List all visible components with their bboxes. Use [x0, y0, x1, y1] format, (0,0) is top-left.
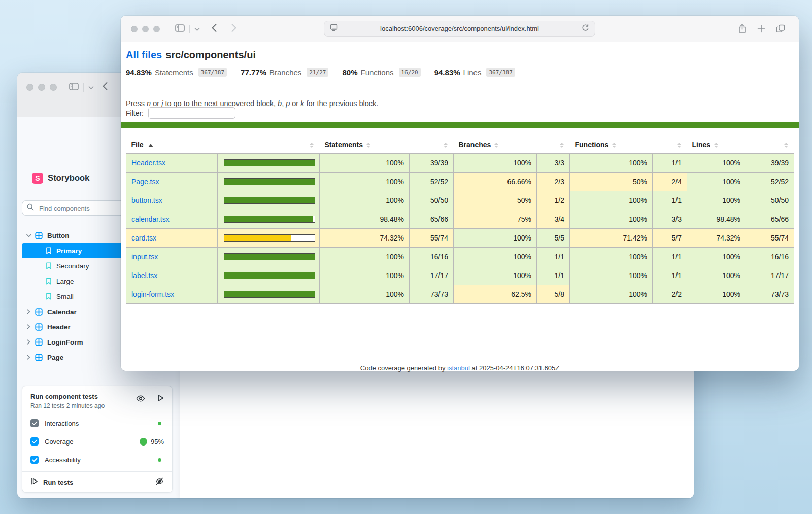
url-text[interactable]: localhost:6006/coverage/src/components/u… — [338, 25, 581, 32]
file-link[interactable]: button.tsx — [131, 196, 162, 204]
close-button[interactable] — [26, 84, 33, 91]
sort-icon[interactable] — [714, 143, 718, 148]
close-button[interactable] — [131, 26, 138, 32]
all-files-link[interactable]: All files — [126, 49, 162, 60]
lines-fraction-cell: 17/17 — [746, 266, 794, 285]
lines-percent-cell: 100% — [687, 285, 746, 304]
sidebar-toggle-icon[interactable] — [69, 83, 79, 92]
branches-fraction-cell: 1/2 — [537, 191, 570, 210]
file-link[interactable]: calendar.tsx — [131, 215, 170, 223]
chevron-down-icon[interactable] — [194, 24, 200, 33]
column-header-branches[interactable]: Branches — [454, 136, 537, 154]
functions-fraction-cell: 1/1 — [653, 154, 687, 173]
file-cell: Page.tsx — [126, 173, 218, 191]
column-header-functions-fraction[interactable] — [653, 136, 687, 154]
column-header-branches-fraction[interactable] — [537, 136, 570, 154]
zoom-button[interactable] — [153, 26, 160, 32]
coverage-checkbox[interactable] — [30, 437, 39, 446]
filter-input[interactable] — [148, 107, 235, 119]
test-item-label: Accessibility — [45, 456, 81, 464]
sort-icon[interactable] — [677, 143, 681, 148]
statements-percent-cell: 100% — [320, 266, 410, 285]
minimize-button[interactable] — [38, 84, 45, 91]
stat-percent: 94.83% — [434, 68, 460, 77]
new-tab-icon[interactable] — [757, 25, 765, 35]
stat-label: Lines — [463, 68, 482, 77]
chevron-right-icon[interactable] — [26, 324, 31, 329]
zoom-button[interactable] — [50, 84, 57, 91]
run-tests-bar[interactable]: Run tests — [22, 471, 172, 492]
interactions-checkbox[interactable] — [30, 419, 39, 427]
sidebar-item-label: Small — [56, 293, 74, 300]
keyboard-hint: Press n or j to go to the next uncovered… — [126, 99, 378, 108]
report-footer: Code coverage generated by istanbul at 2… — [121, 364, 799, 372]
column-header-statements[interactable]: Statements — [320, 136, 410, 154]
coverage-bar — [224, 216, 315, 223]
file-link[interactable]: login-form.tsx — [131, 290, 174, 298]
sort-icon[interactable] — [366, 143, 370, 148]
minimize-button[interactable] — [142, 26, 149, 32]
coverage-bar-cell — [218, 173, 320, 191]
sidebar-item-label: Primary — [56, 247, 82, 255]
page-format-icon[interactable] — [330, 24, 338, 33]
table-row: card.tsx74.32%55/74100%5/571.42%5/774.32… — [126, 229, 794, 248]
sort-icon[interactable] — [612, 143, 616, 148]
statements-fraction-cell: 17/17 — [410, 266, 454, 285]
column-header-file[interactable]: File — [126, 136, 218, 154]
chevron-right-icon[interactable] — [26, 339, 31, 345]
watch-eye-icon[interactable] — [136, 395, 145, 404]
sort-icon[interactable] — [444, 143, 448, 148]
accessibility-checkbox[interactable] — [30, 456, 39, 464]
sidebar-toggle-icon[interactable] — [175, 24, 185, 34]
file-link[interactable]: label.tsx — [131, 271, 157, 280]
reload-icon[interactable] — [581, 24, 589, 34]
file-link[interactable]: Page.tsx — [131, 178, 159, 186]
share-icon[interactable] — [738, 24, 747, 36]
play-icon[interactable] — [157, 394, 164, 404]
chevron-right-icon[interactable] — [26, 309, 31, 314]
watch-mode-off-icon[interactable] — [155, 477, 164, 487]
back-icon[interactable] — [102, 82, 108, 93]
coverage-bar-cell — [218, 266, 320, 285]
sort-icon[interactable] — [494, 143, 498, 148]
column-header-functions[interactable]: Functions — [570, 136, 653, 154]
footer-suffix: at 2025-04-24T16:07:31.605Z — [470, 364, 559, 372]
column-header-statements-fraction[interactable] — [410, 136, 454, 154]
column-header-lines[interactable]: Lines — [687, 136, 746, 154]
sort-icon[interactable] — [560, 143, 564, 148]
file-link[interactable]: input.tsx — [131, 253, 158, 261]
statements-fraction-cell: 16/16 — [410, 248, 454, 266]
forward-icon[interactable] — [231, 23, 237, 35]
sort-icon[interactable] — [310, 143, 314, 148]
coverage-pie-icon — [140, 438, 147, 446]
file-link[interactable]: card.tsx — [131, 234, 156, 242]
functions-fraction-cell: 1/1 — [653, 266, 687, 285]
table-row: Page.tsx100%52/5266.66%2/350%2/4100%52/5… — [126, 173, 794, 191]
sort-icon[interactable] — [784, 143, 788, 148]
address-bar[interactable]: localhost:6006/coverage/src/components/u… — [324, 21, 595, 37]
istanbul-link[interactable]: istanbul — [447, 364, 470, 372]
coverage-bar-cell — [218, 154, 320, 173]
file-link[interactable]: Header.tsx — [131, 159, 165, 167]
chevron-down-icon[interactable] — [26, 233, 31, 238]
coverage-bar-cell — [218, 191, 320, 210]
chevron-down-icon[interactable] — [88, 83, 94, 92]
storybook-logo-icon: S — [32, 173, 43, 184]
branches-percent-cell: 100% — [454, 154, 537, 173]
chevron-right-icon[interactable] — [26, 355, 31, 360]
summary-stat-branches: 77.77%Branches21/27 — [241, 68, 328, 77]
stat-fraction-badge: 367/387 — [198, 68, 227, 77]
column-header-chart[interactable] — [218, 136, 320, 154]
file-cell: button.tsx — [126, 191, 218, 210]
coverage-browser-window: localhost:6006/coverage/src/components/u… — [121, 16, 799, 371]
summary-stat-lines: 94.83%Lines367/387 — [434, 68, 515, 77]
tab-overview-icon[interactable] — [776, 24, 785, 35]
column-header-lines-fraction[interactable] — [746, 136, 794, 154]
run-tests-icon — [30, 477, 38, 487]
functions-percent-cell: 100% — [570, 285, 653, 304]
component-grid-icon — [35, 323, 43, 331]
functions-percent-cell: 100% — [570, 248, 653, 266]
table-row: calendar.tsx98.48%65/6675%3/4100%3/398.4… — [126, 210, 794, 229]
back-icon[interactable] — [211, 23, 217, 35]
lines-percent-cell: 74.32% — [687, 229, 746, 248]
